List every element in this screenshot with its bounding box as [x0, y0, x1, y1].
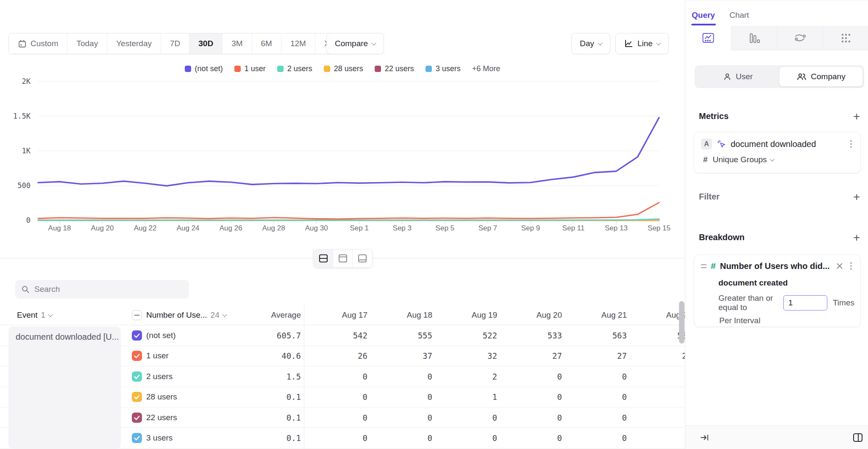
- search-input[interactable]: [34, 285, 183, 294]
- series-date-value: 0: [303, 372, 367, 381]
- audience-toggle: User Company: [695, 65, 864, 88]
- svg-text:0: 0: [26, 216, 31, 224]
- metric-card[interactable]: A document downloaded # Unique Groups: [694, 132, 861, 173]
- audience-user-label: User: [736, 72, 753, 81]
- tab-query[interactable]: Query: [692, 11, 715, 20]
- event-list-item[interactable]: document downloaded [U...: [8, 327, 121, 449]
- collapse-sidebar-icon[interactable]: [700, 433, 710, 442]
- series-date-value: 32: [432, 351, 497, 360]
- series-date-value: 522: [432, 331, 497, 340]
- search-icon: [21, 285, 30, 294]
- series-date-value: 563: [562, 331, 627, 340]
- table-header-row: Event 1 Number of Use... 24 Average Aug …: [0, 305, 685, 325]
- series-checkbox[interactable]: [132, 371, 142, 382]
- series-date-value: 26: [303, 351, 367, 360]
- series-date-value: 0: [497, 433, 562, 443]
- table-scrollbar[interactable]: [679, 301, 684, 344]
- sidebar-footer: [685, 425, 868, 449]
- date-column-header[interactable]: Aug 17: [303, 310, 367, 320]
- breakdown-card[interactable]: # Number of Users who did... document cr…: [694, 255, 861, 327]
- series-date-values: 000000: [303, 433, 685, 443]
- breakdown-value-input[interactable]: [783, 295, 827, 310]
- series-date-value: 1: [432, 392, 497, 402]
- sidebar-tabs: Query Chart: [685, 5, 868, 26]
- select-all-checkbox[interactable]: [132, 310, 142, 320]
- event-column-header[interactable]: Event 1: [0, 310, 132, 320]
- measure-dropdown[interactable]: Unique Groups: [713, 155, 774, 164]
- layout-toggle-group: [313, 249, 373, 268]
- series-date-value: 0: [627, 372, 685, 381]
- svg-text:Aug 22: Aug 22: [134, 224, 157, 232]
- audience-user-option[interactable]: User: [696, 67, 779, 86]
- series-checkbox[interactable]: [132, 330, 142, 341]
- date-column-header[interactable]: Aug 20: [497, 310, 562, 320]
- series-column-header[interactable]: Number of Use... 24: [146, 310, 229, 320]
- metric-menu-icon[interactable]: [850, 143, 852, 145]
- drag-handle-icon[interactable]: [701, 264, 707, 268]
- series-date-values: 263732272728: [303, 351, 685, 360]
- series-count: 24: [211, 310, 220, 320]
- series-date-values: 001000: [303, 392, 685, 402]
- metrics-section-header: Metrics +: [699, 111, 860, 121]
- metric-name: document downloaded: [731, 139, 843, 149]
- series-date-value: 542: [303, 331, 367, 340]
- series-checkbox[interactable]: [132, 413, 142, 423]
- chart-type-flow-tab[interactable]: [777, 26, 823, 50]
- series-name: 2 users: [146, 372, 229, 381]
- series-date-value: 0: [367, 392, 432, 402]
- line-chart[interactable]: 05001K1.5K2KAug 18Aug 20Aug 22Aug 24Aug …: [0, 0, 685, 237]
- date-column-header[interactable]: Aug 19: [432, 310, 497, 320]
- panel-layout-icon[interactable]: [852, 432, 863, 443]
- series-average: 0.1: [229, 433, 301, 443]
- series-date-value: 27: [497, 351, 562, 360]
- average-column-header[interactable]: Average: [229, 310, 301, 320]
- series-average: 0.1: [229, 392, 301, 402]
- series-checkbox[interactable]: [132, 351, 142, 361]
- series-date-values: 542555522533563533: [303, 331, 685, 340]
- measure-hash-icon: #: [703, 155, 708, 164]
- chart-type-line-tab[interactable]: [685, 26, 731, 50]
- chevron-down-icon: [48, 312, 53, 317]
- series-date-value: 0: [303, 433, 367, 443]
- svg-text:Sep 9: Sep 9: [521, 224, 540, 232]
- breakdown-title: Breakdown: [699, 233, 745, 242]
- query-sidebar: Query Chart: [685, 0, 868, 449]
- add-metric-button[interactable]: +: [853, 112, 860, 121]
- series-average: 0.1: [229, 413, 301, 422]
- table-search: [15, 280, 189, 299]
- series-date-value: 0: [497, 372, 562, 381]
- date-column-header[interactable]: Aug 21: [562, 310, 627, 320]
- add-filter-button[interactable]: +: [853, 193, 860, 201]
- svg-text:Sep 3: Sep 3: [393, 224, 412, 232]
- series-date-value: 0: [432, 433, 497, 443]
- date-column-header[interactable]: Aug 18: [367, 310, 432, 320]
- svg-text:Sep 1: Sep 1: [350, 224, 369, 232]
- main-area: CustomTodayYesterday7D30D3M6M12MXTD Comp…: [0, 0, 685, 449]
- breakdown-menu-icon[interactable]: [850, 265, 852, 267]
- svg-text:Aug 18: Aug 18: [48, 224, 71, 232]
- audience-company-option[interactable]: Company: [779, 67, 862, 86]
- series-checkbox[interactable]: [132, 392, 142, 402]
- series-date-value: 2: [432, 372, 497, 381]
- chart-type-bar-tab[interactable]: [731, 26, 777, 50]
- series-date-value: 0: [367, 433, 432, 443]
- table-column-separator: [304, 305, 304, 449]
- layout-split-button[interactable]: [314, 249, 333, 267]
- svg-text:2K: 2K: [22, 77, 31, 86]
- tab-chart[interactable]: Chart: [729, 11, 749, 20]
- chart-type-retention-tab[interactable]: [823, 26, 868, 50]
- date-column-header[interactable]: Aug 22: [627, 310, 685, 320]
- layout-chart-only-button[interactable]: [333, 249, 353, 267]
- add-breakdown-button[interactable]: +: [853, 233, 860, 242]
- svg-text:1K: 1K: [22, 147, 31, 155]
- user-icon: [723, 72, 732, 81]
- layout-table-only-button[interactable]: [353, 249, 372, 267]
- series-date-value: 555: [367, 331, 432, 340]
- close-icon[interactable]: [836, 262, 843, 270]
- svg-text:Sep 7: Sep 7: [479, 224, 497, 232]
- series-date-value: 0: [497, 413, 562, 422]
- breakdown-hash-icon: #: [711, 261, 716, 271]
- series-date-values: 000000: [303, 413, 685, 422]
- series-date-value: 27: [562, 351, 627, 360]
- series-checkbox[interactable]: [132, 433, 142, 443]
